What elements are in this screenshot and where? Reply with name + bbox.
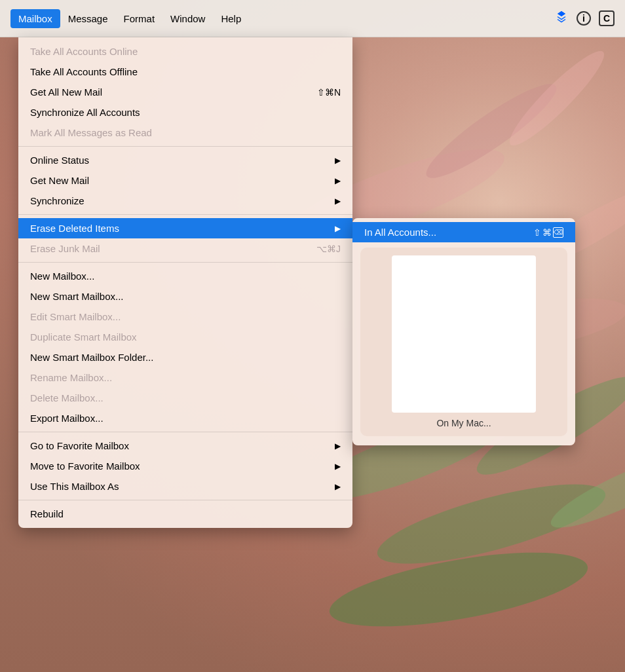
menu-item-new-mailbox[interactable]: New Mailbox... xyxy=(18,266,352,286)
menu-item-take-all-offline[interactable]: Take All Accounts Offline xyxy=(18,62,352,82)
in-all-accounts-shortcut: ⇧⌘⌫ xyxy=(533,227,563,238)
mailbox-dropdown: Take All Accounts Online Take All Accoun… xyxy=(18,37,352,528)
menu-item-new-smart-mailbox[interactable]: New Smart Mailbox... xyxy=(18,286,352,307)
menu-item-synchronize-all[interactable]: Synchronize All Accounts xyxy=(18,102,352,122)
menu-item-edit-smart-mailbox[interactable]: Edit Smart Mailbox... xyxy=(18,307,352,327)
menu-item-move-to-favorite[interactable]: Move to Favorite Mailbox ▶ xyxy=(18,456,352,476)
separator-4 xyxy=(18,432,352,432)
menu-item-take-all-online[interactable]: Take All Accounts Online xyxy=(18,41,352,62)
go-to-favorite-arrow: ▶ xyxy=(335,441,341,451)
menu-item-duplicate-smart[interactable]: Duplicate Smart Mailbox xyxy=(18,327,352,347)
menu-item-export-mailbox[interactable]: Export Mailbox... xyxy=(18,408,352,428)
menu-item-mark-all-read[interactable]: Mark All Messages as Read xyxy=(18,122,352,143)
menu-item-erase-junk[interactable]: Erase Junk Mail ⌥⌘J xyxy=(18,238,352,259)
synchronize-arrow: ▶ xyxy=(335,196,341,206)
menubar-item-format[interactable]: Format xyxy=(116,9,163,28)
menu-item-get-all-new-mail[interactable]: Get All New Mail ⇧⌘N xyxy=(18,82,352,102)
get-all-new-mail-shortcut: ⇧⌘N xyxy=(317,87,341,98)
get-new-mail-arrow: ▶ xyxy=(335,176,341,185)
move-to-favorite-arrow: ▶ xyxy=(335,462,341,471)
menu-item-synchronize[interactable]: Synchronize ▶ xyxy=(18,191,352,211)
menu-item-rename-mailbox[interactable]: Rename Mailbox... xyxy=(18,367,352,388)
separator-2 xyxy=(18,214,352,215)
menubar-item-mailbox[interactable]: Mailbox xyxy=(10,9,60,28)
menu-item-new-smart-folder[interactable]: New Smart Mailbox Folder... xyxy=(18,347,352,367)
menu-item-delete-mailbox[interactable]: Delete Mailbox... xyxy=(18,388,352,408)
menu-item-use-this-mailbox-as[interactable]: Use This Mailbox As ▶ xyxy=(18,476,352,496)
erase-deleted-arrow: ▶ xyxy=(335,224,341,233)
menubar-right-icons: i C xyxy=(554,10,615,28)
submenu-item-in-all-accounts[interactable]: In All Accounts... ⇧⌘⌫ xyxy=(352,222,575,242)
online-status-arrow: ▶ xyxy=(335,156,341,165)
separator-5 xyxy=(18,500,352,500)
on-my-mac-panel: On My Mac... xyxy=(360,248,567,436)
separator-1 xyxy=(18,146,352,147)
erase-junk-shortcut: ⌥⌘J xyxy=(316,244,341,254)
menu-item-rebuild[interactable]: Rebuild xyxy=(18,504,352,524)
menubar: Mailbox Message Format Window Help i C xyxy=(0,0,625,37)
menu-item-erase-deleted[interactable]: Erase Deleted Items ▶ In All Accounts...… xyxy=(18,218,352,238)
menu-item-go-to-favorite[interactable]: Go to Favorite Mailbox ▶ xyxy=(18,436,352,456)
on-my-mac-image xyxy=(392,255,536,413)
use-this-mailbox-arrow: ▶ xyxy=(335,482,341,491)
erase-deleted-submenu: In All Accounts... ⇧⌘⌫ On My Mac... xyxy=(352,218,575,445)
dropbox-icon[interactable] xyxy=(554,10,569,28)
menubar-item-message[interactable]: Message xyxy=(60,9,116,28)
separator-3 xyxy=(18,262,352,263)
menubar-item-window[interactable]: Window xyxy=(162,9,213,28)
menu-item-get-new-mail[interactable]: Get New Mail ▶ xyxy=(18,170,352,191)
info-circle-icon[interactable]: i xyxy=(577,11,591,26)
menubar-item-help[interactable]: Help xyxy=(213,9,249,28)
c-box-icon[interactable]: C xyxy=(599,10,615,26)
on-my-mac-label: On My Mac... xyxy=(436,418,491,428)
menu-item-online-status[interactable]: Online Status ▶ xyxy=(18,150,352,170)
